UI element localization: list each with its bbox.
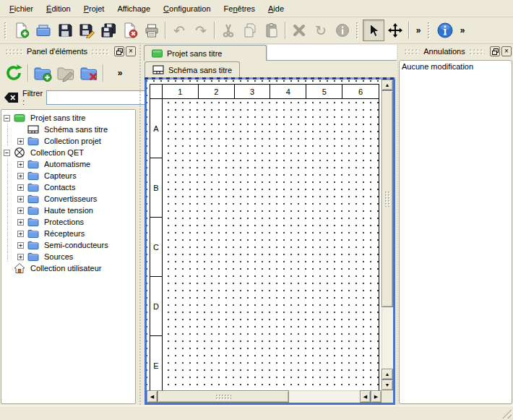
tree-item-convertisseurs[interactable]: + Convertisseurs — [1, 193, 135, 205]
tree-item-recepteurs[interactable]: + Récepteurs — [1, 228, 135, 239]
toolbar-grip[interactable] — [4, 22, 9, 39]
info-disabled-icon — [335, 22, 350, 38]
clear-filter-button[interactable] — [4, 92, 19, 103]
undo-panel-titlebar[interactable]: Annulations × — [399, 44, 513, 59]
column-header: 6 — [342, 85, 379, 98]
open-document-button[interactable] — [33, 20, 54, 41]
tree-item-capteurs[interactable]: + Capteurs — [1, 170, 135, 181]
dock-close-button[interactable]: × — [126, 46, 136, 56]
tree-item-collection-projet[interactable]: + Collection projet — [1, 135, 135, 147]
element-info-button[interactable] — [332, 20, 353, 41]
row-header: D — [150, 277, 162, 336]
tab-projet-sans-titre[interactable]: Projet sans titre — [144, 45, 267, 61]
toolbar-overflow-button[interactable]: » — [412, 20, 425, 41]
tree-item-collection-utilisateur[interactable]: Collection utilisateur — [1, 262, 135, 274]
tree-item-sources[interactable]: + Sources — [1, 251, 135, 262]
undo-history-list[interactable]: Aucune modification — [399, 60, 512, 404]
tab-schema-sans-titre[interactable]: Schéma sans titre — [145, 61, 240, 77]
menu-affichage[interactable]: Affichage — [111, 2, 157, 15]
delete-button[interactable] — [288, 20, 310, 41]
edit-category-button[interactable] — [54, 61, 77, 85]
menu-projet[interactable]: Projet — [77, 2, 111, 15]
scroll-down-button[interactable]: ▼ — [381, 380, 393, 390]
scroll-right-button[interactable]: ▶ — [371, 390, 381, 403]
menu-fichier[interactable]: Fichier — [3, 2, 40, 15]
save-button[interactable] — [54, 20, 76, 41]
redo-button[interactable]: ↷ — [190, 20, 212, 41]
paste-button[interactable] — [261, 20, 283, 41]
scroll-left-button-2[interactable]: ◀ — [360, 390, 371, 403]
panel-overflow-button[interactable]: » — [113, 62, 126, 84]
select-tool-button[interactable] — [363, 20, 384, 41]
print-button[interactable] — [141, 20, 163, 41]
expand-expander[interactable]: + — [17, 254, 24, 260]
vertical-scroll-thumb[interactable] — [381, 90, 393, 307]
dock-float-button[interactable] — [490, 46, 500, 56]
tree-item-haute-tension[interactable]: + Haute tension — [1, 205, 135, 216]
collapse-expander[interactable]: − — [4, 150, 10, 156]
vertical-scroll-track[interactable] — [381, 90, 393, 369]
dock-grip-texture — [91, 48, 109, 55]
expand-expander[interactable]: + — [17, 242, 24, 249]
tree-item-contacts[interactable]: + Contacts — [1, 181, 135, 193]
save-all-button[interactable] — [98, 20, 119, 41]
expand-expander[interactable]: + — [17, 231, 24, 237]
tree-item-semi-conducteurs[interactable]: + Semi-conducteurs — [1, 239, 135, 251]
toolbar-grip[interactable] — [355, 22, 361, 39]
menu-aide[interactable]: Aide — [262, 2, 290, 15]
menu-configuration[interactable]: Configuration — [157, 2, 217, 15]
rotate-icon: ↻ — [315, 24, 327, 38]
main-area: Panel d'éléments × — [0, 44, 513, 406]
tree-item-schema[interactable]: Schéma sans titre — [1, 124, 135, 135]
about-info-button[interactable] — [434, 20, 456, 41]
horizontal-scroll-thumb[interactable] — [158, 390, 289, 403]
expand-expander[interactable]: + — [17, 207, 24, 214]
undo-button[interactable]: ↶ — [168, 20, 190, 41]
new-document-button[interactable] — [11, 20, 33, 41]
reload-collections-button[interactable] — [2, 61, 25, 85]
cut-button[interactable] — [217, 20, 239, 41]
rotate-button[interactable]: ↻ — [310, 20, 332, 41]
collapse-expander[interactable]: − — [4, 115, 10, 121]
scroll-up-button-2[interactable]: ▲ — [381, 369, 393, 380]
undo-list-item[interactable]: Aucune modification — [402, 62, 509, 71]
expand-expander[interactable]: + — [17, 196, 24, 202]
window-resize-grip[interactable] — [502, 409, 512, 419]
save-as-button[interactable] — [76, 20, 98, 41]
folder-icon — [27, 216, 39, 228]
column-header-row: 1 2 3 4 5 6 — [150, 85, 379, 99]
expand-expander[interactable]: + — [17, 184, 24, 191]
expand-expander[interactable]: + — [17, 173, 24, 179]
qet-logo-icon — [14, 147, 25, 158]
close-document-button[interactable] — [119, 20, 141, 41]
left-splitter[interactable] — [137, 44, 142, 406]
expand-expander[interactable]: + — [17, 219, 24, 226]
expand-expander[interactable]: + — [17, 161, 24, 168]
column-header: 1 — [163, 85, 199, 98]
elements-panel-titlebar[interactable]: Panel d'éléments × — [0, 44, 137, 59]
toolbar-grip[interactable] — [427, 22, 432, 39]
scroll-up-button[interactable]: ▲ — [381, 80, 393, 90]
move-tool-button[interactable] — [384, 20, 406, 41]
horizontal-scrollbar: ◀ ◀ ▶ — [147, 390, 381, 403]
dock-close-button[interactable]: × — [501, 46, 512, 56]
expand-expander[interactable]: + — [17, 138, 24, 145]
schema-canvas[interactable]: 1 2 3 4 5 6 A B C D E — [147, 80, 381, 390]
tree-item-projet[interactable]: − Projet sans titre — [1, 112, 135, 124]
tree-item-automatisme[interactable]: + Automatisme — [1, 158, 135, 170]
undo-icon: ↶ — [173, 24, 185, 38]
toolbar-overflow-button[interactable]: » — [456, 20, 469, 41]
delete-category-button[interactable] — [77, 61, 100, 85]
horizontal-scroll-track[interactable] — [158, 390, 360, 403]
dock-float-button[interactable] — [114, 46, 124, 56]
toolbar-separator — [103, 64, 104, 82]
save-as-icon — [79, 22, 95, 38]
tree-item-collection-qet[interactable]: − Collection QET — [1, 147, 135, 158]
tree-item-protections[interactable]: + Protections — [1, 216, 135, 228]
menu-fenetres[interactable]: Fenêtres — [217, 2, 262, 15]
left-arrow-icon: ◀ — [363, 394, 367, 399]
new-category-button[interactable] — [31, 61, 54, 85]
menu-edition[interactable]: Édition — [40, 2, 77, 15]
copy-button[interactable] — [239, 20, 261, 41]
scroll-left-button[interactable]: ◀ — [147, 390, 158, 403]
